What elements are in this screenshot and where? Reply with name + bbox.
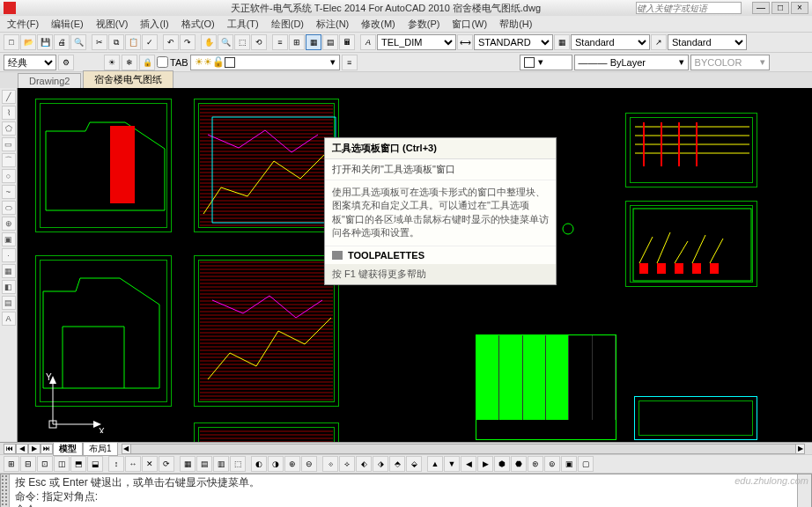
- spline-icon[interactable]: ~: [2, 185, 16, 199]
- workspace-select[interactable]: 经典: [4, 55, 56, 70]
- block-icon[interactable]: ▣: [2, 232, 16, 246]
- layer-select[interactable]: ☀☀🔓 ▾: [190, 55, 340, 70]
- undo-icon[interactable]: ↶: [163, 34, 179, 50]
- menu-draw[interactable]: 绘图(D): [266, 18, 309, 31]
- t-icon-28[interactable]: ▶: [477, 456, 493, 472]
- region-icon[interactable]: ◧: [2, 280, 16, 294]
- ws-gear-icon[interactable]: ⚙: [58, 55, 74, 70]
- layer-lock-icon[interactable]: 🔒: [139, 55, 155, 70]
- pline-icon[interactable]: ⌇: [2, 106, 16, 120]
- mleaderstyle-select[interactable]: Standard: [668, 34, 747, 50]
- t-icon-19[interactable]: ⟐: [322, 456, 338, 472]
- hatch-icon[interactable]: ▦: [2, 264, 16, 278]
- t-icon-29[interactable]: ⬢: [494, 456, 510, 472]
- menu-edit[interactable]: 编辑(E): [46, 18, 89, 31]
- t-icon-5[interactable]: ⬒: [70, 456, 86, 472]
- t-icon-22[interactable]: ⬗: [373, 456, 388, 472]
- line-icon[interactable]: ╱: [2, 90, 16, 104]
- hscrollbar[interactable]: ◀ ▶: [122, 444, 805, 454]
- t-icon-6[interactable]: ⬓: [87, 456, 103, 472]
- zoomwin-icon[interactable]: ⬚: [234, 34, 250, 50]
- mtext-icon[interactable]: A: [2, 312, 16, 326]
- copy-icon[interactable]: ⧉: [108, 34, 124, 50]
- close-button[interactable]: ×: [791, 2, 808, 14]
- t-icon-14[interactable]: ⬚: [230, 456, 246, 472]
- tab-drawing2[interactable]: Drawing2: [18, 73, 81, 88]
- t-icon-15[interactable]: ◐: [251, 456, 267, 472]
- match-icon[interactable]: ✓: [142, 34, 158, 50]
- point-icon[interactable]: ·: [2, 248, 16, 262]
- paste-icon[interactable]: 📋: [125, 34, 141, 50]
- prev-layout-icon[interactable]: ◀: [16, 444, 28, 454]
- t-icon-20[interactable]: ⟡: [339, 456, 355, 472]
- t-icon-17[interactable]: ⊕: [284, 456, 300, 472]
- command-text[interactable]: 按 Esc 或 Enter 键退出，或单击右键显示快捷菜单。 命令: 指定对角点…: [10, 474, 797, 507]
- tab-current-drawing[interactable]: 宿舍楼电气图纸: [83, 70, 173, 88]
- layer-freeze-icon[interactable]: ❄: [122, 55, 137, 70]
- save-icon[interactable]: 💾: [37, 34, 53, 50]
- dim-icon[interactable]: ⟷: [457, 34, 473, 50]
- rect-icon[interactable]: ▭: [2, 137, 16, 151]
- t-icon-34[interactable]: ▢: [578, 456, 594, 472]
- sheet-icon[interactable]: ▤: [322, 34, 338, 50]
- menu-tools[interactable]: 工具(T): [222, 18, 264, 31]
- model-tab[interactable]: 模型: [53, 442, 83, 456]
- zoom-icon[interactable]: 🔍: [218, 34, 233, 50]
- t-icon-1[interactable]: ⊞: [4, 456, 19, 472]
- mleader-icon[interactable]: ↗: [651, 34, 667, 50]
- insert-icon[interactable]: ⊕: [2, 217, 16, 231]
- table-tool-icon[interactable]: ▤: [2, 296, 16, 310]
- tab-checkbox-input[interactable]: [157, 56, 168, 68]
- t-icon-21[interactable]: ⬖: [356, 456, 372, 472]
- linetype-select[interactable]: ——— ByLayer▾: [574, 55, 689, 70]
- tablestyle-select[interactable]: Standard: [571, 34, 650, 50]
- t-icon-25[interactable]: ▲: [427, 456, 443, 472]
- menu-help[interactable]: 帮助(H): [494, 18, 537, 31]
- t-icon-9[interactable]: ✕: [142, 456, 158, 472]
- new-icon[interactable]: □: [4, 34, 19, 50]
- t-icon-31[interactable]: ⊛: [528, 456, 543, 472]
- t-icon-13[interactable]: ▥: [213, 456, 229, 472]
- t-icon-11[interactable]: ▦: [180, 456, 196, 472]
- t-icon-27[interactable]: ◀: [461, 456, 476, 472]
- menu-insert[interactable]: 插入(I): [135, 18, 173, 31]
- t-icon-18[interactable]: ⊖: [301, 456, 317, 472]
- t-icon-7[interactable]: ↕: [108, 456, 124, 472]
- open-icon[interactable]: 📂: [20, 34, 36, 50]
- cut-icon[interactable]: ✂: [92, 34, 107, 50]
- menu-file[interactable]: 文件(F): [2, 18, 44, 31]
- t-icon-4[interactable]: ◫: [54, 456, 70, 472]
- help-search-input[interactable]: [636, 2, 742, 14]
- text-icon[interactable]: A: [360, 34, 376, 50]
- t-icon-8[interactable]: ↔: [125, 456, 141, 472]
- menu-window[interactable]: 窗口(W): [447, 18, 492, 31]
- menu-view[interactable]: 视图(V): [91, 18, 134, 31]
- designcenter-icon[interactable]: ⊞: [289, 34, 305, 50]
- help-search[interactable]: [636, 2, 742, 14]
- t-icon-12[interactable]: ▤: [196, 456, 212, 472]
- command-resize-handle[interactable]: [1, 474, 10, 507]
- first-layout-icon[interactable]: ⏮: [4, 444, 16, 454]
- table-icon[interactable]: ▦: [554, 34, 570, 50]
- layer-prop-icon[interactable]: ☀: [104, 55, 120, 70]
- layout1-tab[interactable]: 布局1: [83, 442, 118, 456]
- pan-icon[interactable]: ✋: [201, 34, 217, 50]
- calc-icon[interactable]: 🖩: [339, 34, 355, 50]
- next-layout-icon[interactable]: ▶: [28, 444, 41, 454]
- plot-icon[interactable]: 🖨: [54, 34, 70, 50]
- menu-modify[interactable]: 修改(M): [356, 18, 401, 31]
- textstyle-select[interactable]: STANDARD: [474, 34, 553, 50]
- color-select[interactable]: ▾: [520, 55, 572, 70]
- arc-icon[interactable]: ⌒: [2, 153, 16, 167]
- t-icon-24[interactable]: ⬙: [406, 456, 422, 472]
- dimstyle-select[interactable]: TEL_DIM: [377, 34, 456, 50]
- t-icon-32[interactable]: ⊚: [544, 456, 560, 472]
- menu-dimension[interactable]: 标注(N): [311, 18, 354, 31]
- t-icon-26[interactable]: ▼: [444, 456, 460, 472]
- menu-format[interactable]: 格式(O): [176, 18, 220, 31]
- preview-icon[interactable]: 🔍: [70, 34, 86, 50]
- layer-states-icon[interactable]: ≡: [342, 55, 358, 70]
- t-icon-3[interactable]: ⊡: [37, 456, 53, 472]
- redo-icon[interactable]: ↷: [180, 34, 196, 50]
- zoomprev-icon[interactable]: ⟲: [251, 34, 267, 50]
